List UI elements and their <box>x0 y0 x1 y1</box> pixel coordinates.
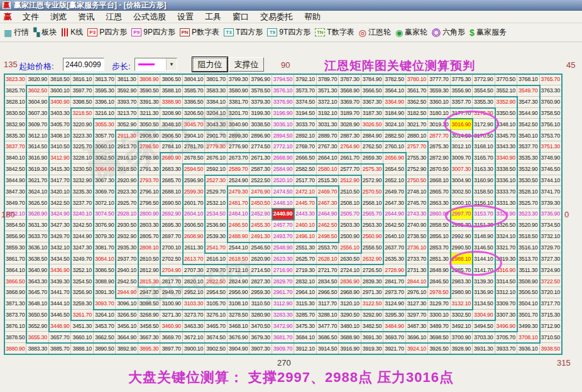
price-cell[interactable]: 2692.90 <box>160 209 182 220</box>
price-cell[interactable]: 3069.70 <box>94 186 116 197</box>
price-cell[interactable]: 3703.30 <box>473 332 495 343</box>
price-cell[interactable]: 3612.10 <box>26 130 48 141</box>
price-cell[interactable]: 2851.30 <box>428 253 450 264</box>
price-cell[interactable]: 3530.50 <box>517 175 539 187</box>
price-cell[interactable]: 3369.70 <box>339 97 361 108</box>
price-cell[interactable]: 3456.10 <box>116 320 138 332</box>
price-cell[interactable]: 3763.30 <box>540 85 562 97</box>
price-cell[interactable]: 3211.30 <box>138 108 160 119</box>
price-cell[interactable]: 2666.50 <box>294 153 316 164</box>
price-cell[interactable]: 3691.30 <box>361 332 383 343</box>
price-cell[interactable]: 3511.30 <box>517 264 539 276</box>
price-cell[interactable]: 3355.30 <box>473 97 495 108</box>
price-cell[interactable]: 3324.10 <box>495 231 517 242</box>
price-cell[interactable]: 3816.10 <box>71 74 93 85</box>
price-cell[interactable]: 2884.90 <box>361 130 383 141</box>
price-cell[interactable]: 2976.10 <box>406 287 428 298</box>
price-cell[interactable]: 2510.50 <box>339 186 361 197</box>
price-cell[interactable]: 3386.50 <box>183 97 205 108</box>
price-cell[interactable]: 3806.50 <box>160 74 182 85</box>
price-cell[interactable]: 2731.30 <box>406 264 428 276</box>
price-cell[interactable]: 3336.10 <box>495 175 517 187</box>
price-cell[interactable]: 3828.10 <box>4 97 26 108</box>
price-cell[interactable]: 3912.10 <box>294 343 316 354</box>
price-cell[interactable]: 3482.50 <box>361 320 383 332</box>
price-cell[interactable]: 3170.50 <box>473 130 495 141</box>
price-cell[interactable]: 2520.10 <box>272 175 294 187</box>
price-cell[interactable]: 3931.30 <box>473 343 495 354</box>
price-cell[interactable]: 2817.70 <box>160 276 182 287</box>
price-cell[interactable]: 2954.50 <box>205 287 227 298</box>
price-cell[interactable]: 2827.30 <box>250 276 272 287</box>
price-cell[interactable]: 2767.30 <box>317 141 339 153</box>
price-cell[interactable]: 3460.90 <box>160 320 182 332</box>
price-cell[interactable]: 3936.10 <box>517 343 539 354</box>
price-cell[interactable]: 3208.90 <box>160 108 182 119</box>
price-cell[interactable]: 3832.90 <box>4 119 26 130</box>
price-cell[interactable]: 2803.30 <box>138 220 160 231</box>
price-cell[interactable]: 3573.70 <box>294 85 316 97</box>
price-cell[interactable]: 3789.70 <box>317 74 339 85</box>
price-cell[interactable]: 3134.50 <box>473 298 495 310</box>
price-cell[interactable]: 3907.30 <box>250 343 272 354</box>
price-cell[interactable]: 2587.30 <box>250 164 272 175</box>
price-cell[interactable]: 3919.30 <box>361 343 383 354</box>
price-cell[interactable]: 3818.50 <box>49 74 71 85</box>
price-cell[interactable]: 3316.90 <box>495 264 517 276</box>
price-cell[interactable]: 2577.70 <box>339 164 361 175</box>
menu-item-窗口[interactable]: 窗口 <box>227 10 255 24</box>
price-cell[interactable]: 3396.10 <box>94 97 116 108</box>
price-cell[interactable]: 3787.30 <box>339 74 361 85</box>
price-cell[interactable]: 2894.50 <box>272 130 294 141</box>
price-cell[interactable]: 3487.30 <box>406 320 428 332</box>
price-cell[interactable]: 2764.90 <box>339 141 361 153</box>
price-cell[interactable]: 2964.10 <box>294 287 316 298</box>
menu-item-江恩[interactable]: 江恩 <box>100 10 128 24</box>
price-cell[interactable]: 3717.70 <box>540 298 562 310</box>
price-cell[interactable]: 2952.10 <box>183 287 205 298</box>
price-cell[interactable]: 3590.50 <box>138 85 160 97</box>
price-cell[interactable]: 3878.50 <box>4 332 26 343</box>
price-cell[interactable]: 3655.30 <box>26 332 48 343</box>
price-cell[interactable]: 3472.90 <box>272 320 294 332</box>
price-cell[interactable]: 3554.50 <box>473 85 495 97</box>
price-cell[interactable]: 2973.70 <box>383 287 405 298</box>
price-cell[interactable]: 3633.70 <box>26 231 48 242</box>
price-cell[interactable]: 2455.30 <box>250 220 272 231</box>
price-cell[interactable]: 3088.90 <box>94 276 116 287</box>
price-cell[interactable]: 2899.30 <box>228 130 250 141</box>
price-cell[interactable]: 3864.10 <box>4 264 26 276</box>
price-cell[interactable]: 2779.30 <box>205 141 227 153</box>
price-cell[interactable]: 3412.90 <box>49 153 71 164</box>
price-cell[interactable]: 3698.50 <box>428 332 450 343</box>
price-cell[interactable]: 3924.10 <box>406 343 428 354</box>
price-cell[interactable]: 3136.90 <box>473 287 495 298</box>
price-cell[interactable]: 3739.30 <box>540 197 562 209</box>
price-cell[interactable]: 3280.90 <box>250 310 272 321</box>
price-cell[interactable]: 3643.30 <box>26 276 48 287</box>
price-cell[interactable]: 2940.10 <box>116 264 138 276</box>
price-cell[interactable]: 3585.70 <box>183 85 205 97</box>
price-cell[interactable]: 3636.10 <box>26 242 48 254</box>
price-cell[interactable]: 2726.50 <box>361 264 383 276</box>
price-cell[interactable]: 3540.10 <box>517 130 539 141</box>
price-cell[interactable]: 2697.70 <box>160 231 182 242</box>
price-cell[interactable]: 2688.10 <box>160 186 182 197</box>
price-cell[interactable]: 3804.10 <box>183 74 205 85</box>
price-cell[interactable]: 3468.10 <box>228 320 250 332</box>
price-cell[interactable]: 2774.50 <box>250 141 272 153</box>
price-cell[interactable]: 2695.30 <box>160 220 182 231</box>
price-cell[interactable]: 2961.70 <box>272 287 294 298</box>
price-cell[interactable]: 2474.50 <box>272 186 294 197</box>
price-cell[interactable]: 3792.10 <box>294 74 316 85</box>
price-cell[interactable]: 3062.50 <box>94 153 116 164</box>
price-cell[interactable]: 2664.10 <box>317 153 339 164</box>
price-cell[interactable]: 3218.50 <box>71 108 93 119</box>
price-cell[interactable]: 3314.50 <box>495 276 517 287</box>
price-cell[interactable]: 3823.30 <box>4 74 26 85</box>
menu-item-文件[interactable]: 文件 <box>17 10 45 24</box>
price-cell[interactable]: 2515.30 <box>317 175 339 187</box>
price-cell[interactable]: 3312.10 <box>495 287 517 298</box>
price-cell[interactable]: 2496.10 <box>294 231 316 242</box>
price-cell[interactable]: 2757.70 <box>406 141 428 153</box>
